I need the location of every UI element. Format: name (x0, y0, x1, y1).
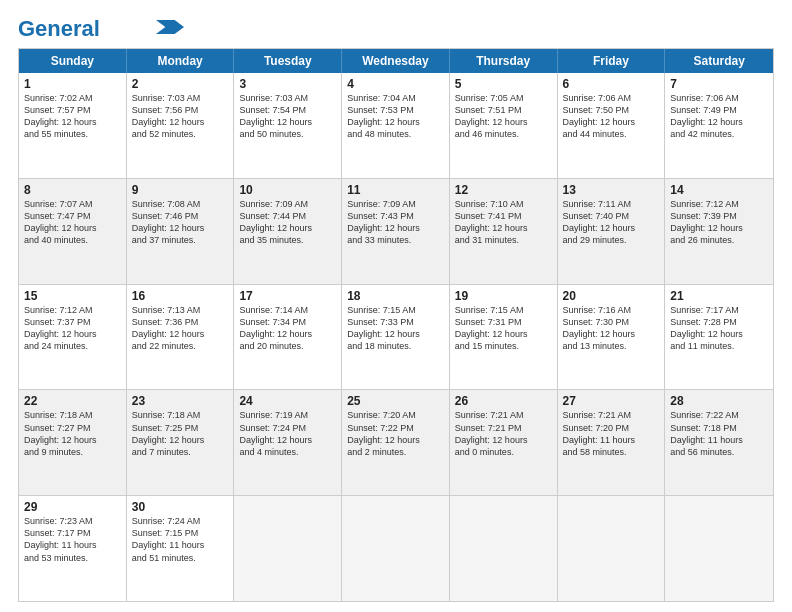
calendar-cell: 15Sunrise: 7:12 AMSunset: 7:37 PMDayligh… (19, 285, 127, 390)
day-number: 5 (455, 77, 552, 91)
header-cell-monday: Monday (127, 49, 235, 73)
calendar-cell: 4Sunrise: 7:04 AMSunset: 7:53 PMDaylight… (342, 73, 450, 178)
calendar-cell: 16Sunrise: 7:13 AMSunset: 7:36 PMDayligh… (127, 285, 235, 390)
cell-info: Sunrise: 7:07 AMSunset: 7:47 PMDaylight:… (24, 198, 121, 247)
calendar-cell: 21Sunrise: 7:17 AMSunset: 7:28 PMDayligh… (665, 285, 773, 390)
cell-info: Sunrise: 7:06 AMSunset: 7:49 PMDaylight:… (670, 92, 768, 141)
cell-info: Sunrise: 7:03 AMSunset: 7:54 PMDaylight:… (239, 92, 336, 141)
calendar-cell: 7Sunrise: 7:06 AMSunset: 7:49 PMDaylight… (665, 73, 773, 178)
calendar-cell (665, 496, 773, 601)
calendar-cell: 17Sunrise: 7:14 AMSunset: 7:34 PMDayligh… (234, 285, 342, 390)
calendar-cell: 24Sunrise: 7:19 AMSunset: 7:24 PMDayligh… (234, 390, 342, 495)
day-number: 17 (239, 289, 336, 303)
calendar-cell: 29Sunrise: 7:23 AMSunset: 7:17 PMDayligh… (19, 496, 127, 601)
calendar-cell: 30Sunrise: 7:24 AMSunset: 7:15 PMDayligh… (127, 496, 235, 601)
calendar-cell: 8Sunrise: 7:07 AMSunset: 7:47 PMDaylight… (19, 179, 127, 284)
calendar-cell (558, 496, 666, 601)
calendar-cell: 14Sunrise: 7:12 AMSunset: 7:39 PMDayligh… (665, 179, 773, 284)
calendar-row: 15Sunrise: 7:12 AMSunset: 7:37 PMDayligh… (19, 284, 773, 390)
day-number: 12 (455, 183, 552, 197)
day-number: 9 (132, 183, 229, 197)
calendar-cell: 18Sunrise: 7:15 AMSunset: 7:33 PMDayligh… (342, 285, 450, 390)
day-number: 23 (132, 394, 229, 408)
page: General SundayMondayTuesdayWednesdayThur… (0, 0, 792, 612)
calendar-cell: 25Sunrise: 7:20 AMSunset: 7:22 PMDayligh… (342, 390, 450, 495)
calendar-cell: 28Sunrise: 7:22 AMSunset: 7:18 PMDayligh… (665, 390, 773, 495)
calendar-row: 8Sunrise: 7:07 AMSunset: 7:47 PMDaylight… (19, 178, 773, 284)
cell-info: Sunrise: 7:14 AMSunset: 7:34 PMDaylight:… (239, 304, 336, 353)
calendar-cell (450, 496, 558, 601)
calendar-cell (234, 496, 342, 601)
calendar-cell: 26Sunrise: 7:21 AMSunset: 7:21 PMDayligh… (450, 390, 558, 495)
svg-marker-0 (156, 20, 184, 34)
cell-info: Sunrise: 7:04 AMSunset: 7:53 PMDaylight:… (347, 92, 444, 141)
cell-info: Sunrise: 7:06 AMSunset: 7:50 PMDaylight:… (563, 92, 660, 141)
calendar-cell: 6Sunrise: 7:06 AMSunset: 7:50 PMDaylight… (558, 73, 666, 178)
cell-info: Sunrise: 7:21 AMSunset: 7:21 PMDaylight:… (455, 409, 552, 458)
cell-info: Sunrise: 7:15 AMSunset: 7:31 PMDaylight:… (455, 304, 552, 353)
day-number: 14 (670, 183, 768, 197)
day-number: 8 (24, 183, 121, 197)
cell-info: Sunrise: 7:18 AMSunset: 7:25 PMDaylight:… (132, 409, 229, 458)
logo: General (18, 18, 184, 38)
header-cell-tuesday: Tuesday (234, 49, 342, 73)
day-number: 27 (563, 394, 660, 408)
day-number: 13 (563, 183, 660, 197)
calendar-cell: 20Sunrise: 7:16 AMSunset: 7:30 PMDayligh… (558, 285, 666, 390)
calendar-cell: 22Sunrise: 7:18 AMSunset: 7:27 PMDayligh… (19, 390, 127, 495)
logo-general: General (18, 16, 100, 41)
cell-info: Sunrise: 7:22 AMSunset: 7:18 PMDaylight:… (670, 409, 768, 458)
day-number: 25 (347, 394, 444, 408)
day-number: 19 (455, 289, 552, 303)
cell-info: Sunrise: 7:13 AMSunset: 7:36 PMDaylight:… (132, 304, 229, 353)
day-number: 22 (24, 394, 121, 408)
day-number: 15 (24, 289, 121, 303)
day-number: 3 (239, 77, 336, 91)
calendar-cell: 2Sunrise: 7:03 AMSunset: 7:56 PMDaylight… (127, 73, 235, 178)
calendar-row: 1Sunrise: 7:02 AMSunset: 7:57 PMDaylight… (19, 73, 773, 178)
cell-info: Sunrise: 7:24 AMSunset: 7:15 PMDaylight:… (132, 515, 229, 564)
cell-info: Sunrise: 7:19 AMSunset: 7:24 PMDaylight:… (239, 409, 336, 458)
calendar-cell: 23Sunrise: 7:18 AMSunset: 7:25 PMDayligh… (127, 390, 235, 495)
day-number: 29 (24, 500, 121, 514)
cell-info: Sunrise: 7:17 AMSunset: 7:28 PMDaylight:… (670, 304, 768, 353)
header-cell-wednesday: Wednesday (342, 49, 450, 73)
calendar-cell: 13Sunrise: 7:11 AMSunset: 7:40 PMDayligh… (558, 179, 666, 284)
day-number: 6 (563, 77, 660, 91)
day-number: 26 (455, 394, 552, 408)
cell-info: Sunrise: 7:21 AMSunset: 7:20 PMDaylight:… (563, 409, 660, 458)
day-number: 24 (239, 394, 336, 408)
calendar-cell: 10Sunrise: 7:09 AMSunset: 7:44 PMDayligh… (234, 179, 342, 284)
day-number: 2 (132, 77, 229, 91)
calendar-cell: 5Sunrise: 7:05 AMSunset: 7:51 PMDaylight… (450, 73, 558, 178)
calendar-cell: 11Sunrise: 7:09 AMSunset: 7:43 PMDayligh… (342, 179, 450, 284)
calendar: SundayMondayTuesdayWednesdayThursdayFrid… (18, 48, 774, 602)
logo-icon (156, 20, 184, 34)
calendar-cell: 12Sunrise: 7:10 AMSunset: 7:41 PMDayligh… (450, 179, 558, 284)
cell-info: Sunrise: 7:23 AMSunset: 7:17 PMDaylight:… (24, 515, 121, 564)
calendar-cell: 27Sunrise: 7:21 AMSunset: 7:20 PMDayligh… (558, 390, 666, 495)
header-cell-saturday: Saturday (665, 49, 773, 73)
cell-info: Sunrise: 7:08 AMSunset: 7:46 PMDaylight:… (132, 198, 229, 247)
day-number: 18 (347, 289, 444, 303)
cell-info: Sunrise: 7:09 AMSunset: 7:43 PMDaylight:… (347, 198, 444, 247)
logo-text: General (18, 18, 100, 40)
day-number: 1 (24, 77, 121, 91)
day-number: 28 (670, 394, 768, 408)
calendar-cell: 3Sunrise: 7:03 AMSunset: 7:54 PMDaylight… (234, 73, 342, 178)
header-cell-sunday: Sunday (19, 49, 127, 73)
cell-info: Sunrise: 7:05 AMSunset: 7:51 PMDaylight:… (455, 92, 552, 141)
calendar-cell: 19Sunrise: 7:15 AMSunset: 7:31 PMDayligh… (450, 285, 558, 390)
cell-info: Sunrise: 7:15 AMSunset: 7:33 PMDaylight:… (347, 304, 444, 353)
header: General (18, 18, 774, 38)
day-number: 11 (347, 183, 444, 197)
cell-info: Sunrise: 7:20 AMSunset: 7:22 PMDaylight:… (347, 409, 444, 458)
calendar-cell (342, 496, 450, 601)
day-number: 16 (132, 289, 229, 303)
calendar-header: SundayMondayTuesdayWednesdayThursdayFrid… (19, 49, 773, 73)
day-number: 4 (347, 77, 444, 91)
cell-info: Sunrise: 7:12 AMSunset: 7:37 PMDaylight:… (24, 304, 121, 353)
calendar-cell: 1Sunrise: 7:02 AMSunset: 7:57 PMDaylight… (19, 73, 127, 178)
cell-info: Sunrise: 7:11 AMSunset: 7:40 PMDaylight:… (563, 198, 660, 247)
cell-info: Sunrise: 7:10 AMSunset: 7:41 PMDaylight:… (455, 198, 552, 247)
